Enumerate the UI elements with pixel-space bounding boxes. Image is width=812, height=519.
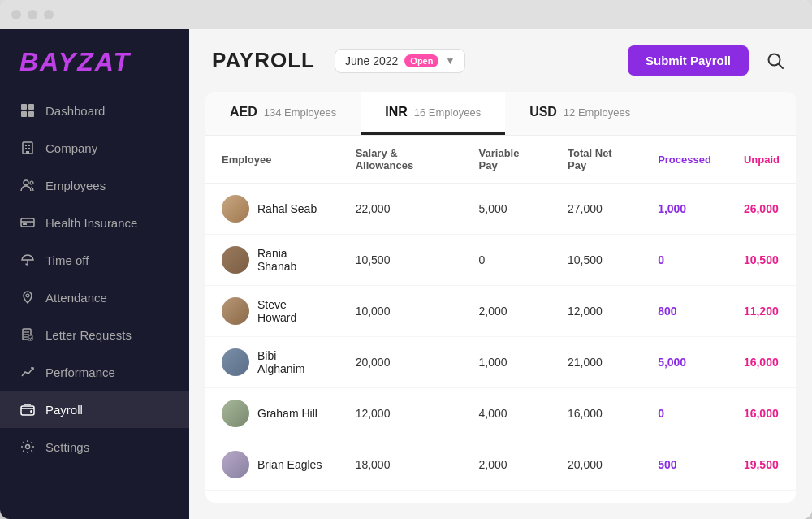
search-button[interactable] — [762, 47, 789, 75]
people-icon — [19, 177, 36, 193]
svg-rect-9 — [26, 151, 29, 154]
unpaid-cell-4: 16,000 — [728, 388, 796, 439]
employee-info-4: Graham Hill — [222, 400, 323, 427]
employee-cell-5: Brian Eagles — [205, 439, 339, 491]
employee-name-4: Graham Hill — [257, 407, 317, 420]
svg-rect-1 — [28, 104, 34, 110]
variable-cell-0: 5,000 — [463, 184, 551, 235]
processed-cell-5: 500 — [641, 439, 728, 491]
doc-icon — [19, 327, 36, 343]
sidebar-label-payroll: Payroll — [45, 403, 170, 417]
minimize-dot — [28, 10, 37, 19]
payroll-table: Employee Salary & Allowances Variable Pa… — [205, 136, 796, 491]
nav-menu: Dashboard Company — [0, 92, 189, 511]
svg-rect-2 — [21, 111, 27, 117]
salary-cell-0: 22,000 — [339, 184, 463, 235]
status-badge: Open — [404, 54, 438, 67]
total-cell-0: 27,000 — [551, 184, 641, 235]
currency-count-aed: 134 Employees — [264, 106, 337, 119]
sidebar-item-employees[interactable]: Employees — [0, 167, 189, 204]
top-bar: PAYROLL June 2022 Open ▼ Submit Payroll — [189, 29, 812, 92]
sidebar-item-settings[interactable]: Settings — [0, 428, 189, 465]
svg-rect-8 — [28, 148, 30, 149]
tab-usd[interactable]: USD 12 Employees — [505, 92, 654, 135]
chart-icon — [19, 364, 36, 380]
sidebar-item-health-insurance[interactable]: Health Insurance — [0, 204, 189, 241]
page-title: PAYROLL — [212, 48, 315, 73]
svg-rect-5 — [25, 145, 27, 146]
salary-cell-2: 10,000 — [339, 286, 463, 337]
unpaid-cell-1: 10,500 — [728, 235, 796, 286]
processed-cell-3: 5,000 — [641, 337, 728, 388]
sidebar-label-time-off: Time off — [45, 253, 170, 267]
sidebar-item-time-off[interactable]: Time off — [0, 241, 189, 279]
processed-cell-0: 1,000 — [641, 184, 728, 235]
svg-rect-14 — [23, 223, 27, 225]
processed-cell-4: 0 — [641, 388, 728, 439]
svg-rect-6 — [28, 145, 30, 146]
sidebar-item-dashboard[interactable]: Dashboard — [0, 92, 189, 129]
umbrella-icon — [19, 252, 36, 268]
sidebar-label-settings: Settings — [45, 440, 170, 454]
svg-point-16 — [26, 294, 29, 297]
submit-payroll-button[interactable]: Submit Payroll — [628, 45, 749, 76]
card-icon — [19, 214, 36, 231]
salary-cell-3: 20,000 — [339, 337, 463, 388]
sidebar-item-letter-requests[interactable]: Letter Requests — [0, 316, 189, 353]
building-icon — [19, 140, 36, 156]
unpaid-cell-3: 16,000 — [728, 337, 796, 388]
total-cell-3: 21,000 — [551, 337, 641, 388]
main-content: PAYROLL June 2022 Open ▼ Submit Payroll — [189, 29, 812, 519]
variable-cell-5: 2,000 — [463, 439, 551, 491]
employee-info-0: Rahal Seab — [222, 195, 323, 223]
sidebar-item-company[interactable]: Company — [0, 129, 189, 167]
avatar-3 — [222, 348, 249, 376]
col-employee: Employee — [205, 136, 339, 184]
unpaid-cell-0: 26,000 — [728, 184, 796, 235]
employee-name-2: Steve Howard — [257, 298, 323, 324]
chevron-down-icon: ▼ — [445, 55, 455, 67]
employee-info-3: Bibi Alghanim — [222, 348, 323, 376]
avatar-1 — [222, 246, 249, 274]
table-row: Steve Howard 10,000 2,000 12,000 800 11,… — [205, 286, 796, 337]
col-processed: Processed — [641, 136, 728, 184]
salary-cell-4: 12,000 — [339, 388, 463, 439]
employee-name-1: Rania Shanab — [257, 247, 323, 273]
tab-aed[interactable]: AED 134 Employees — [205, 92, 361, 135]
currency-code-aed: AED — [230, 105, 257, 119]
table-row: Rania Shanab 10,500 0 10,500 0 10,500 — [205, 235, 796, 286]
avatar-2 — [222, 297, 249, 325]
currency-count-inr: 16 Employees — [414, 106, 481, 119]
logo-area: BAYZAT — [0, 29, 189, 92]
sidebar-item-payroll[interactable]: Payroll — [0, 391, 189, 428]
currency-code-usd: USD — [529, 105, 557, 119]
sidebar-item-attendance[interactable]: Attendance — [0, 279, 189, 316]
employee-cell-3: Bibi Alghanim — [205, 337, 339, 388]
svg-point-10 — [24, 180, 28, 185]
employee-name-0: Rahal Seab — [257, 202, 317, 215]
svg-rect-3 — [28, 111, 34, 117]
table-row: Graham Hill 12,000 4,000 16,000 0 16,000 — [205, 388, 796, 439]
currency-tabs: AED 134 Employees INR 16 Employees USD 1… — [205, 92, 796, 136]
maximize-dot — [44, 10, 54, 19]
tab-inr[interactable]: INR 16 Employees — [361, 92, 505, 135]
employee-info-2: Steve Howard — [222, 297, 323, 325]
processed-cell-2: 800 — [641, 286, 728, 337]
sidebar-item-performance[interactable]: Performance — [0, 353, 189, 391]
gear-icon — [19, 439, 36, 455]
unpaid-cell-5: 19,500 — [728, 439, 796, 491]
close-dot — [11, 10, 21, 19]
svg-point-23 — [30, 410, 32, 413]
sidebar-label-letter-requests: Letter Requests — [45, 328, 170, 342]
payroll-table-area: AED 134 Employees INR 16 Employees USD 1… — [205, 92, 796, 503]
variable-cell-3: 1,000 — [463, 337, 551, 388]
table-row: Bibi Alghanim 20,000 1,000 21,000 5,000 … — [205, 337, 796, 388]
avatar-5 — [222, 451, 249, 478]
wallet-icon — [19, 401, 36, 417]
sidebar-label-employees: Employees — [45, 179, 170, 192]
sidebar-label-attendance: Attendance — [45, 291, 170, 305]
svg-point-24 — [26, 445, 30, 449]
svg-point-11 — [30, 181, 33, 184]
period-selector[interactable]: June 2022 Open ▼ — [335, 49, 465, 73]
employee-name-3: Bibi Alghanim — [257, 349, 323, 375]
